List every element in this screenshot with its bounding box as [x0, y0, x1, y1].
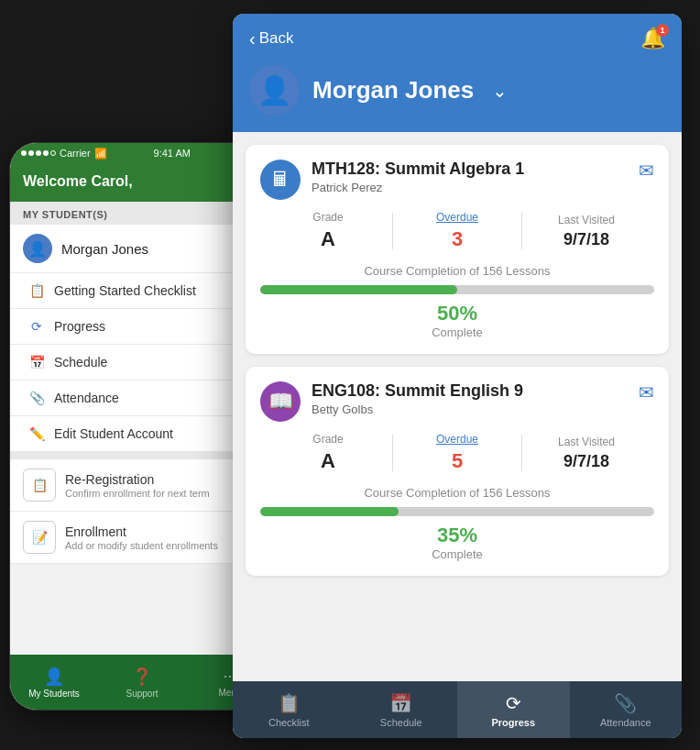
- back-button[interactable]: ‹ Back: [249, 28, 293, 50]
- avatar-icon: 👤: [257, 74, 291, 106]
- student-profile-name: Morgan Jones: [312, 76, 474, 105]
- mail-icon[interactable]: ✉: [639, 160, 654, 182]
- attendance-label: Attendance: [54, 391, 257, 405]
- course-card-english: 📖 ENG108: Summit English 9 Betty Golbs ✉…: [246, 367, 669, 576]
- checklist-icon: 📋: [28, 283, 45, 298]
- welcome-text: Welcome Carol,: [23, 173, 133, 190]
- time-display: 9:41 AM: [154, 148, 191, 159]
- schedule-nav-label: Schedule: [380, 717, 422, 728]
- last-visited-value: 9/7/18: [522, 230, 651, 249]
- wifi-icon: 📶: [94, 148, 107, 160]
- overdue-label[interactable]: Overdue: [393, 433, 521, 446]
- dot3: [36, 150, 41, 156]
- nav-tab-attendance[interactable]: 📎 Attendance: [570, 681, 683, 738]
- completion-word: Complete: [260, 325, 654, 339]
- tab-support[interactable]: ❓ Support: [98, 655, 186, 710]
- signal-dots: [21, 150, 56, 156]
- nav-tab-progress[interactable]: ⟳ Progress: [457, 681, 570, 738]
- dot5: [50, 150, 56, 156]
- re-registration-icon: 📋: [23, 469, 56, 502]
- overdue-value: 3: [393, 227, 521, 251]
- mail-icon[interactable]: ✉: [639, 381, 654, 403]
- re-registration-title: Re-Registration: [65, 472, 257, 487]
- course-title-block: ENG108: Summit English 9 Betty Golbs: [312, 381, 639, 416]
- course-header: 🖩 MTH128: Summit Algebra 1 Patrick Perez…: [260, 160, 654, 200]
- course-title-block: MTH128: Summit Algebra 1 Patrick Perez: [312, 160, 639, 194]
- support-tab-label: Support: [126, 689, 158, 699]
- notification-badge: 1: [656, 24, 669, 37]
- overdue-value: 5: [393, 449, 521, 473]
- tab-my-students[interactable]: 👤 My Students: [10, 655, 98, 710]
- avatar: 👤: [23, 234, 52, 263]
- last-visited-block: Last Visited 9/7/18: [522, 436, 651, 471]
- student-profile-row: 👤 Morgan Jones ⌄: [233, 58, 682, 132]
- overdue-label[interactable]: Overdue: [393, 211, 521, 224]
- back-label: Back: [259, 29, 294, 48]
- dot1: [21, 150, 27, 156]
- completion-word: Complete: [260, 547, 654, 561]
- grade-value: A: [264, 227, 392, 251]
- schedule-icon: 📅: [28, 355, 45, 369]
- course-card-math: 🖩 MTH128: Summit Algebra 1 Patrick Perez…: [246, 145, 669, 354]
- support-icon: ❓: [132, 667, 152, 687]
- checklist-nav-label: Checklist: [268, 717, 310, 728]
- attendance-nav-label: Attendance: [600, 717, 651, 728]
- dot2: [28, 150, 34, 156]
- checklist-icon: 📋: [278, 692, 301, 714]
- re-registration-text: Re-Registration Confirm enrollment for n…: [65, 472, 257, 499]
- my-students-icon: 👤: [44, 667, 64, 687]
- completion-label: Course Completion of 156 Lessons: [260, 486, 654, 500]
- status-left: Carrier 📶: [21, 148, 107, 160]
- course-stats: Grade A Overdue 3 Last Visited 9/7/18: [260, 211, 654, 251]
- course-name: MTH128: Summit Algebra 1: [312, 160, 639, 179]
- student-name: Morgan Jones: [61, 241, 245, 257]
- course-teacher: Betty Golbs: [312, 403, 639, 416]
- schedule-icon: 📅: [389, 692, 412, 714]
- last-visited-value: 9/7/18: [522, 452, 651, 471]
- student-avatar: 👤: [249, 65, 300, 116]
- course-stats: Grade A Overdue 5 Last Visited 9/7/18: [260, 433, 654, 473]
- course-icon-english: 📖: [260, 381, 301, 422]
- last-visited-block: Last Visited 9/7/18: [522, 214, 651, 249]
- grade-label: Grade: [264, 433, 392, 446]
- grade-label: Grade: [264, 211, 392, 224]
- completion-label: Course Completion of 156 Lessons: [260, 264, 654, 278]
- progress-icon: ⟳: [506, 692, 521, 714]
- enrollment-text: Enrollment Add or modify student enrollm…: [65, 524, 257, 551]
- last-visited-label: Last Visited: [522, 436, 651, 448]
- dropdown-icon[interactable]: ⌄: [492, 80, 508, 102]
- right-panel: ‹ Back 🔔 1 👤 Morgan Jones ⌄ 🖩 MTH128: Su…: [233, 14, 682, 738]
- progress-icon: ⟳: [28, 319, 45, 334]
- progress-bar-fill: [260, 507, 399, 516]
- re-registration-subtitle: Confirm enrollment for next term: [65, 488, 257, 499]
- panel-bottom-nav: 📋 Checklist 📅 Schedule ⟳ Progress 📎 Atte…: [233, 681, 682, 738]
- grade-block: Grade A: [264, 211, 392, 251]
- panel-header: ‹ Back 🔔 1 👤 Morgan Jones ⌄: [233, 14, 682, 132]
- nav-tab-checklist[interactable]: 📋 Checklist: [233, 681, 345, 738]
- grade-block: Grade A: [264, 433, 392, 473]
- edit-student-label: Edit Student Account: [54, 426, 257, 441]
- course-name: ENG108: Summit English 9: [312, 381, 639, 401]
- progress-bar-fill: [260, 285, 457, 294]
- progress-bar-track: [260, 285, 654, 294]
- course-icon-math: 🖩: [260, 160, 301, 200]
- enrollment-subtitle: Add or modify student enrollments: [65, 540, 257, 551]
- panel-notification-bell[interactable]: 🔔 1: [640, 27, 665, 50]
- course-teacher: Patrick Perez: [312, 181, 639, 194]
- schedule-label: Schedule: [54, 355, 257, 369]
- avatar-icon: 👤: [28, 240, 47, 258]
- panel-topbar: ‹ Back 🔔 1: [233, 14, 682, 58]
- my-students-tab-label: My Students: [28, 689, 80, 699]
- nav-tab-schedule[interactable]: 📅 Schedule: [345, 681, 458, 738]
- checklist-label: Getting Started Checklist: [54, 283, 257, 298]
- course-header: 📖 ENG108: Summit English 9 Betty Golbs ✉: [260, 381, 654, 422]
- grade-value: A: [264, 449, 392, 473]
- progress-nav-label: Progress: [491, 717, 535, 728]
- progress-bar-track: [260, 507, 654, 516]
- attendance-icon: 📎: [614, 692, 637, 714]
- overdue-block: Overdue 3: [393, 211, 521, 251]
- edit-icon: ✏️: [28, 426, 45, 441]
- completion-percent: 50%: [260, 302, 654, 325]
- back-chevron-icon: ‹: [249, 28, 256, 50]
- enrollment-icon: 📝: [23, 521, 56, 554]
